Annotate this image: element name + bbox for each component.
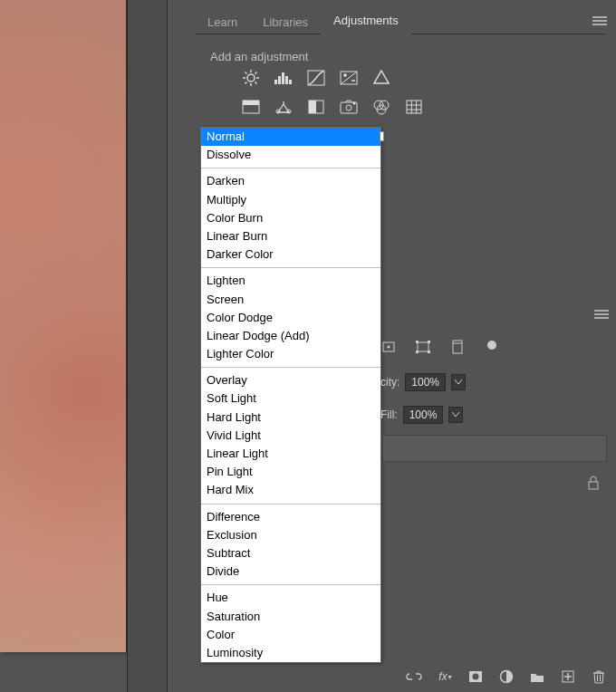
camera-raw-icon[interactable] — [339, 98, 359, 116]
adjustment-layer-icon[interactable] — [498, 668, 515, 685]
dropdown-separator — [201, 267, 380, 268]
fill-label: Fill: — [380, 408, 398, 421]
svg-line-7 — [245, 82, 247, 84]
layers-bottom-bar: fx▾ — [402, 667, 607, 687]
svg-rect-35 — [428, 351, 430, 353]
dropdown-separator — [201, 367, 380, 368]
group-icon[interactable] — [529, 668, 545, 685]
blend-mode-option[interactable]: Lighten — [201, 272, 380, 290]
svg-rect-32 — [416, 341, 419, 343]
svg-rect-17 — [243, 101, 259, 105]
fx-icon[interactable]: fx▾ — [437, 668, 453, 685]
blend-mode-option[interactable]: Vivid Light — [201, 427, 380, 445]
dropdown-separator — [201, 584, 380, 585]
dropdown-separator — [201, 504, 380, 505]
fill-value[interactable]: 100% — [403, 406, 444, 424]
color-lookup-icon[interactable] — [404, 98, 424, 116]
dropdown-separator — [201, 168, 380, 168]
blend-mode-option[interactable]: Lighter Color — [201, 345, 380, 363]
blend-mode-option[interactable]: Exclusion — [201, 526, 380, 544]
mask-icon[interactable] — [467, 668, 484, 685]
blend-mode-option[interactable]: Darken — [201, 172, 380, 190]
blend-mode-option[interactable]: Multiply — [201, 191, 380, 209]
layers-filter-icons — [380, 340, 500, 354]
blend-mode-option[interactable]: Saturation — [201, 608, 380, 626]
svg-point-0 — [247, 74, 255, 82]
fill-chevron-icon[interactable] — [448, 407, 463, 423]
blend-mode-option[interactable]: Color — [201, 626, 380, 644]
artboard-icon[interactable] — [449, 340, 466, 354]
blend-mode-option[interactable]: Hard Light — [201, 408, 380, 427]
trash-icon[interactable] — [591, 668, 607, 685]
blend-mode-option[interactable]: Linear Dodge (Add) — [201, 327, 380, 345]
svg-rect-10 — [278, 76, 281, 84]
add-adjustment-label: Add an adjustment — [210, 50, 308, 63]
blend-mode-option[interactable]: Subtract — [201, 544, 380, 562]
pin-icon[interactable] — [484, 340, 500, 354]
transform-icon[interactable] — [415, 340, 431, 354]
lock-icon[interactable] — [587, 476, 600, 493]
new-layer-icon[interactable] — [560, 668, 576, 685]
svg-point-30 — [388, 346, 390, 349]
photo-filter-icon[interactable] — [241, 98, 261, 116]
adjustment-icon-row-1 — [241, 69, 391, 87]
blend-mode-option[interactable]: Divide — [201, 562, 380, 581]
svg-rect-37 — [589, 482, 598, 489]
blend-mode-option[interactable]: Hue — [201, 589, 380, 607]
blend-mode-option[interactable]: Luminosity — [201, 644, 380, 662]
blend-mode-option[interactable]: Linear Light — [201, 445, 380, 463]
link-icon[interactable] — [380, 340, 397, 354]
brightness-contrast-icon[interactable] — [241, 69, 261, 87]
color-balance-icon[interactable] — [274, 98, 294, 116]
layer-row[interactable] — [382, 435, 607, 462]
blend-mode-option[interactable]: Difference — [201, 508, 380, 526]
panel-tabs: Learn Libraries Adjustments — [195, 8, 411, 35]
svg-rect-34 — [416, 351, 419, 353]
svg-rect-21 — [309, 101, 316, 113]
layers-panel-menu-icon[interactable] — [594, 308, 609, 322]
svg-rect-31 — [418, 342, 428, 351]
link-layers-icon[interactable] — [406, 668, 422, 685]
panel-menu-icon[interactable] — [592, 16, 607, 27]
svg-rect-11 — [282, 72, 284, 84]
tab-learn[interactable]: Learn — [195, 9, 250, 35]
svg-line-8 — [255, 72, 257, 74]
opacity-label: city: — [380, 376, 399, 389]
blend-mode-option[interactable]: Screen — [201, 291, 380, 309]
opacity-value[interactable]: 100% — [405, 373, 446, 391]
adjustment-icon-row-2 — [241, 98, 424, 116]
exposure-icon[interactable] — [339, 69, 359, 87]
svg-rect-28 — [407, 101, 421, 113]
levels-icon[interactable] — [274, 69, 294, 87]
blend-mode-option[interactable]: Overlay — [201, 371, 380, 389]
tab-libraries[interactable]: Libraries — [250, 9, 321, 35]
svg-point-23 — [346, 105, 351, 111]
blend-mode-option[interactable]: Color Burn — [201, 209, 380, 227]
svg-rect-9 — [274, 80, 277, 84]
document-canvas[interactable] — [0, 0, 127, 652]
svg-rect-13 — [289, 80, 292, 84]
opacity-chevron-icon[interactable] — [451, 374, 466, 390]
svg-rect-12 — [285, 76, 288, 84]
panel-gutter — [127, 0, 168, 692]
curves-icon[interactable] — [306, 69, 326, 87]
channel-mixer-icon[interactable] — [371, 98, 391, 116]
blend-mode-option[interactable]: Dissolve — [201, 146, 380, 164]
svg-point-24 — [353, 102, 356, 105]
blend-mode-option[interactable]: Hard Mix — [201, 481, 380, 499]
blend-mode-option[interactable]: Color Dodge — [201, 309, 380, 327]
blend-mode-option[interactable]: Normal — [201, 128, 380, 146]
svg-rect-33 — [428, 341, 430, 343]
vibrance-icon[interactable] — [371, 69, 391, 87]
blend-mode-option[interactable]: Soft Light — [201, 389, 380, 408]
blend-mode-dropdown[interactable]: NormalDissolveDarkenMultiplyColor BurnLi… — [200, 127, 381, 663]
svg-line-6 — [255, 82, 257, 84]
svg-line-5 — [245, 72, 247, 74]
blend-mode-option[interactable]: Pin Light — [201, 463, 380, 481]
blend-mode-option[interactable]: Linear Burn — [201, 227, 380, 245]
blend-mode-option[interactable]: Darker Color — [201, 245, 380, 264]
svg-rect-36 — [453, 341, 462, 353]
black-white-icon[interactable] — [306, 98, 326, 116]
tab-adjustments[interactable]: Adjustments — [321, 7, 411, 35]
svg-point-39 — [473, 674, 479, 680]
